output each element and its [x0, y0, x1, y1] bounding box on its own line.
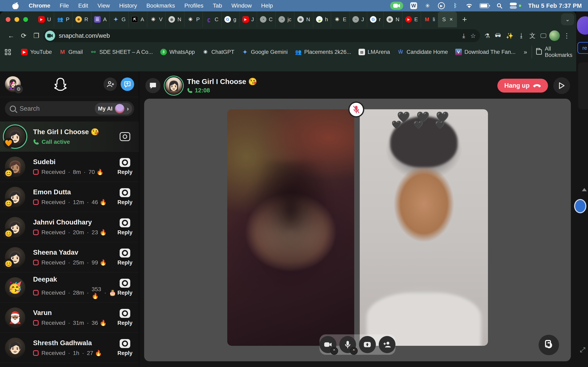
zoom-window-button[interactable] [23, 17, 28, 22]
menu-item-window[interactable]: Window [227, 2, 257, 9]
browser-tab[interactable]: ʗC [203, 11, 222, 27]
control-center-icon[interactable] [510, 3, 517, 9]
camera-toggle-button[interactable]: ⌃ [320, 336, 337, 353]
menu-item-chrome[interactable]: Chrome [24, 2, 55, 9]
browser-tab[interactable]: ▶E [402, 11, 421, 27]
camera-active-indicator[interactable] [390, 2, 403, 10]
install-app-icon[interactable]: ⤓ [462, 32, 465, 39]
menu-item-history[interactable]: History [114, 2, 142, 9]
bookmark-chatgpt[interactable]: ✳ChatGPT [199, 49, 238, 55]
browser-tab[interactable]: ✳P [184, 11, 203, 27]
tab-search-chevron-button[interactable]: ⌄ [561, 13, 574, 25]
friend-row[interactable]: 😎Devesh Kumar [0, 363, 139, 367]
active-tab[interactable]: S× [438, 11, 457, 27]
browser-tab[interactable]: Gr [367, 11, 384, 27]
friend-row[interactable]: 👩🏻😊Sheena YadavReceived·25m·99 🔥Reply [0, 242, 139, 272]
browser-tab[interactable]: ✦G [110, 11, 129, 27]
add-friend-button[interactable] [104, 77, 117, 91]
bookmark-google-gemini[interactable]: ✦Google Gemini [238, 49, 291, 55]
caller-avatar[interactable]: 👩🏻 [165, 77, 182, 94]
friend-row[interactable]: 🎅🏾VarunReceived·31m·36 🔥Reply [0, 303, 139, 333]
bookmark-star-icon[interactable]: ☆ [470, 32, 476, 39]
browser-tab[interactable]: ◔C [257, 11, 276, 27]
sparkle-star-icon[interactable]: ✨ [506, 32, 513, 39]
browser-tab[interactable]: ◔jc [276, 11, 294, 27]
friend-row[interactable]: 👩🏻🧡The Girl I Choose 😘Call active [0, 122, 139, 152]
extensions-icon[interactable]: ⚗ [484, 32, 490, 39]
reply-label[interactable]: Reply [117, 169, 132, 175]
bookmark-lmarena[interactable]: ▤LMArena [355, 49, 394, 55]
snap-camera-icon[interactable] [120, 339, 130, 348]
side-panel-button[interactable]: ❐ [31, 30, 42, 42]
bookmark-candidate-home[interactable]: ŴCandidate Home [394, 49, 452, 55]
my-ai-button[interactable]: My AI › [95, 103, 132, 115]
browser-tab[interactable]: Gg [222, 11, 239, 27]
apps-grid-icon[interactable] [5, 49, 11, 55]
snap-camera-icon[interactable] [120, 158, 130, 167]
close-tab-icon[interactable]: × [449, 16, 453, 23]
browser-tab[interactable]: ⇱A [129, 11, 147, 27]
browser-tab[interactable]: ◉N [165, 11, 184, 27]
friend-row[interactable]: 👩🏻😊Jahnvi ChoudharyReceived·20m·23 🔥Repl… [0, 212, 139, 242]
browser-tab[interactable]: Mli [421, 11, 438, 27]
friend-row[interactable]: 👩🏽😊SudebiReceived·8m·70 🔥Reply [0, 152, 139, 182]
back-button[interactable]: ← [5, 30, 17, 42]
browser-tab[interactable]: ◔J [350, 11, 367, 27]
my-profile-button[interactable]: 👩🏻‍🎤 ⚙ [5, 76, 21, 92]
menu-item-bookmarks[interactable]: Bookmarks [142, 2, 180, 9]
profile-avatar[interactable] [549, 30, 560, 41]
bookmarks-overflow-button[interactable]: » [521, 49, 530, 55]
menu-item-edit[interactable]: Edit [73, 2, 93, 9]
minimize-window-button[interactable] [15, 17, 19, 22]
reply-label[interactable]: Reply [117, 259, 132, 266]
rotate-screen-button[interactable] [539, 335, 559, 355]
search-input[interactable]: Search My AI › [5, 101, 134, 116]
reply-label[interactable]: Reply [117, 199, 132, 206]
browser-tab[interactable]: ✳V [147, 11, 165, 27]
site-camera-icon[interactable] [45, 31, 55, 41]
word-menu-icon[interactable]: W [410, 2, 417, 9]
reply-label[interactable]: Reply [117, 229, 132, 236]
menu-item-profiles[interactable]: Profiles [180, 2, 208, 9]
browser-tab[interactable]: ✺R [72, 11, 91, 27]
incognito-icon[interactable]: 🕶 [495, 32, 501, 39]
bookmark-youtube[interactable]: ▶YouTube [17, 49, 56, 55]
address-bar[interactable]: snapchat.com/web ⤓ ☆ [43, 29, 480, 42]
bookmark-placements-2k26[interactable]: 👥Placements 2k26... [291, 49, 355, 55]
browser-tab[interactable]: ✳E [331, 11, 349, 27]
url-text[interactable]: snapchat.com/web [59, 32, 459, 39]
friend-row[interactable]: 🥳DeepakReceived·28m·353 🔥·🎂Reply [0, 272, 139, 303]
bookmark-sde-sheet-a-co[interactable]: ⚯SDE SHEET – A Co... [86, 49, 156, 55]
camera-options-chevron[interactable]: ⌃ [330, 347, 338, 355]
browser-tab[interactable]: ☰A [91, 11, 110, 27]
apple-menu-icon[interactable]: 🍎 [7, 2, 24, 9]
browser-tab[interactable]: ◉N [294, 11, 313, 27]
menu-item-view[interactable]: View [93, 2, 114, 9]
browser-tab[interactable]: ◉N [384, 11, 402, 27]
snap-camera-icon[interactable] [120, 309, 130, 318]
menu-item-tab[interactable]: Tab [208, 2, 227, 9]
menu-item-file[interactable]: File [55, 2, 73, 9]
friend-row[interactable]: 🧑🏻Shresth GadhwalaReceived·1h·27 🔥Reply [0, 333, 139, 363]
browser-tab[interactable]: ▶U [35, 11, 54, 27]
bookmark-download-the-fan[interactable]: VDownload The Fan... [452, 49, 519, 55]
share-screen-button[interactable] [359, 336, 376, 353]
bluetooth-icon[interactable]: ᛒ [452, 2, 459, 9]
close-window-button[interactable] [6, 17, 10, 22]
window-traffic-lights[interactable] [6, 17, 28, 22]
bookmark-whatsapp[interactable]: 3WhatsApp [156, 49, 199, 55]
reply-label[interactable]: Reply [117, 290, 132, 296]
all-bookmarks-button[interactable]: All Bookmarks [532, 46, 573, 58]
settings-gear-icon[interactable]: ⚙ [14, 85, 23, 93]
menu-item-help[interactable]: Help [256, 2, 278, 9]
mic-toggle-button[interactable]: ⌃ [339, 336, 356, 353]
browser-tab[interactable]: ▶J [240, 11, 257, 27]
friend-row[interactable]: 👩🏻😊Emon DuttaReceived·12m·46 🔥Reply [0, 182, 139, 212]
add-participant-button[interactable] [379, 336, 396, 353]
play-menu-icon[interactable]: ▶ [438, 2, 445, 9]
new-tab-button[interactable]: + [457, 15, 472, 24]
snap-camera-icon[interactable] [120, 188, 130, 197]
hang-up-button[interactable]: Hang up [497, 79, 548, 92]
wifi-icon[interactable] [466, 2, 473, 9]
open-chat-button[interactable] [145, 78, 160, 93]
